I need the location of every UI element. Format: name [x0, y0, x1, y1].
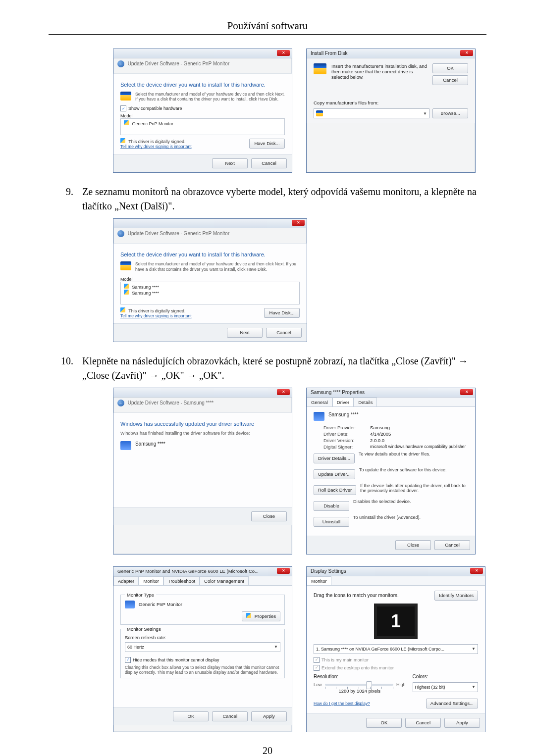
model-header: Model [120, 277, 300, 282]
tab-troubleshoot[interactable]: Troubleshoot [163, 576, 200, 585]
why-signing-link[interactable]: Tell me why driver signing is important [120, 144, 192, 149]
cancel-button[interactable]: Cancel [251, 158, 287, 168]
next-button[interactable]: Next [227, 328, 263, 338]
select-driver-dialog-2: ✕ ← Update Driver Software - Generic PnP… [113, 218, 307, 342]
ok-button[interactable]: OK [432, 63, 468, 73]
main-monitor-checkbox[interactable]: ✓ [314, 657, 320, 663]
combo-value: Highest (32 bit) [415, 685, 445, 690]
chevron-down-icon[interactable]: ▼ [472, 647, 476, 651]
best-display-link[interactable]: How do I get the best display? [314, 701, 370, 706]
uninstall-button[interactable]: Uninstall [314, 517, 349, 527]
copy-from-label: Copy manufacturer's files from: [314, 100, 468, 105]
close-icon[interactable]: ✕ [277, 389, 290, 395]
tab-adapter[interactable]: Adapter [113, 576, 139, 585]
have-disk-button[interactable]: Have Disk... [249, 139, 285, 149]
tab-driver[interactable]: Driver [332, 398, 354, 406]
checkbox-compat[interactable]: ✓ [120, 105, 126, 111]
uninstall-desc: To uninstall the driver (Advanced). [353, 515, 468, 520]
kv-value: 4/14/2005 [370, 431, 391, 437]
hide-modes-note: Clearing this check box allows you to se… [125, 665, 280, 675]
breadcrumb-text: Update Driver Software - Samsung **** [128, 400, 214, 405]
monitor-type-value: Generic PnP Monitor [139, 602, 182, 607]
dialog-heading: Select the device driver you want to ins… [120, 252, 300, 257]
tab-monitor[interactable]: Monitor [139, 576, 163, 585]
close-button[interactable]: Close [251, 511, 287, 521]
sub-text: Windows has finished installing the driv… [120, 431, 285, 436]
breadcrumb-text: Update Driver Software - Generic PnP Mon… [128, 231, 229, 236]
close-button[interactable]: Close [395, 540, 431, 550]
browse-button[interactable]: Browse... [432, 108, 468, 118]
cancel-button[interactable]: Cancel [212, 711, 248, 721]
tab-details[interactable]: Details [354, 398, 377, 406]
advanced-settings-button[interactable]: Advanced Settings... [426, 699, 478, 708]
properties-button[interactable]: Properties [242, 611, 280, 621]
dialog-title: Generic PnP Monitor and NVIDIA GeForce 6… [117, 568, 259, 574]
driver-properties-dialog: Samsung **** Properties ✕ General Driver… [306, 388, 476, 554]
tab-monitor[interactable]: Monitor [307, 576, 331, 585]
chevron-down-icon[interactable]: ▼ [423, 111, 427, 116]
dialog-heading: Select the device driver you want to ins… [120, 82, 285, 88]
apply-button[interactable]: Apply [251, 711, 287, 721]
res-low: Low [314, 682, 322, 687]
identify-monitors-button[interactable]: Identify Monitors [434, 591, 478, 601]
close-icon[interactable]: ✕ [277, 50, 290, 56]
list-item[interactable]: Samsung **** [132, 285, 160, 290]
driver-details-button[interactable]: Driver Details... [314, 454, 355, 463]
close-icon[interactable]: ✕ [460, 50, 473, 56]
combo-value: 1. Samsung **** on NVIDIA GeForce 6600 L… [316, 647, 444, 652]
extend-desktop-checkbox[interactable]: ✓ [314, 665, 320, 671]
chevron-down-icon[interactable]: ▼ [274, 645, 278, 649]
cancel-button[interactable]: Cancel [405, 718, 441, 728]
monitor-type-legend: Monitor Type [125, 592, 156, 598]
tab-color[interactable]: Color Management [200, 576, 249, 585]
list-item[interactable]: Generic PnP Monitor [132, 121, 173, 126]
resolution-value: 1280 by 1024 pixels [314, 688, 406, 694]
close-icon[interactable]: ✕ [292, 220, 305, 226]
shield-icon [120, 307, 125, 312]
update-driver-desc: To update the driver software for this d… [359, 467, 468, 472]
device-name: Samsung **** [135, 441, 165, 450]
rollback-driver-button[interactable]: Roll Back Driver [314, 485, 356, 495]
ok-button[interactable]: OK [366, 718, 402, 728]
back-arrow-icon[interactable]: ← [117, 230, 124, 237]
kv-value: microsoft windows hardware compatibility… [370, 444, 466, 450]
checkbox-label: Show compatible hardware [128, 106, 182, 111]
list-item[interactable]: Samsung **** [132, 291, 160, 296]
have-disk-button[interactable]: Have Disk... [264, 308, 300, 318]
cancel-button[interactable]: Cancel [266, 328, 302, 338]
disable-button[interactable]: Disable [314, 501, 349, 511]
next-button[interactable]: Next [212, 158, 248, 168]
update-driver-button[interactable]: Update Driver... [314, 469, 355, 479]
monitor-properties-dialog: Generic PnP Monitor and NVIDIA GeForce 6… [113, 566, 292, 732]
device-name: Samsung **** [328, 412, 359, 421]
refresh-combo[interactable]: 60 Hertz ▼ [125, 642, 280, 652]
back-arrow-icon[interactable]: ← [117, 60, 124, 67]
chevron-down-icon[interactable]: ▼ [472, 685, 476, 689]
monitor-selector[interactable]: 1. Samsung **** on NVIDIA GeForce 6600 L… [314, 644, 478, 654]
close-icon[interactable]: ✕ [470, 568, 483, 574]
back-arrow-icon[interactable]: ← [117, 400, 124, 406]
hide-modes-checkbox[interactable]: ✓ [125, 657, 131, 663]
dialog-hint: Select the manufacturer and model of you… [135, 92, 285, 101]
close-icon[interactable]: ✕ [277, 568, 290, 574]
cancel-button[interactable]: Cancel [432, 75, 468, 85]
close-icon[interactable]: ✕ [460, 389, 473, 395]
apply-button[interactable]: Apply [444, 718, 480, 728]
path-combo[interactable]: ▼ [314, 108, 429, 118]
step-text: Ze seznamu monitorů na obrazovce vyberte… [82, 185, 486, 213]
why-signing-link[interactable]: Tell me why driver signing is important [120, 313, 192, 318]
model-list[interactable]: Samsung **** Samsung **** [120, 282, 300, 304]
ok-button[interactable]: OK [173, 711, 209, 721]
dialog-title: Display Settings [311, 568, 346, 574]
step-text: Klepněte na následujících obrazovkách, k… [82, 354, 486, 383]
tab-general[interactable]: General [307, 398, 332, 406]
checkbox-label: Extend the desktop onto this monitor [321, 665, 394, 670]
cancel-button[interactable]: Cancel [434, 540, 470, 550]
model-list[interactable]: Generic PnP Monitor [120, 118, 285, 135]
update-success-dialog: ✕ ← Update Driver Software - Samsung ***… [113, 388, 292, 554]
monitor-preview[interactable]: 1 [374, 604, 418, 639]
shield-icon [246, 613, 251, 618]
colors-combo[interactable]: Highest (32 bit) ▼ [413, 682, 479, 692]
rollback-driver-desc: If the device fails after updating the d… [360, 483, 468, 493]
resolution-slider[interactable] [325, 684, 393, 686]
